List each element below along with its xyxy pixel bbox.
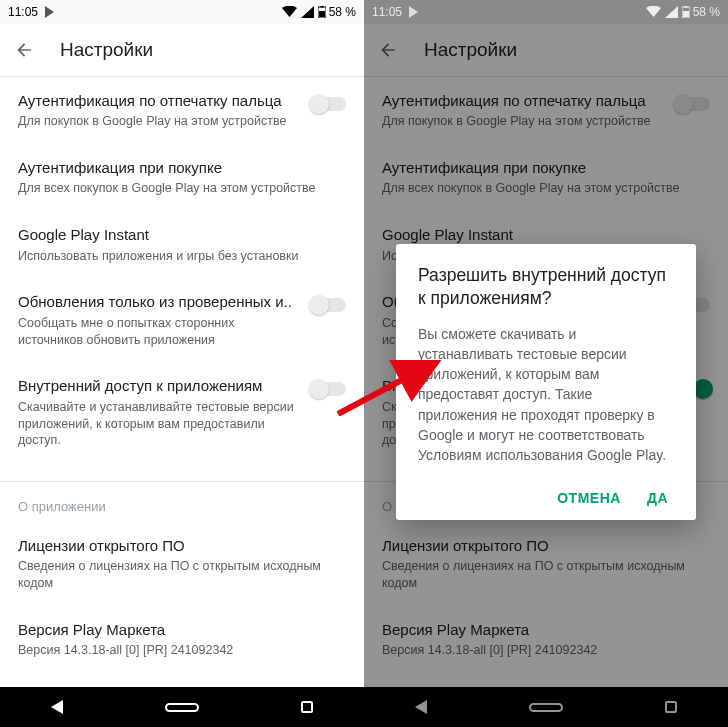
cancel-button[interactable]: ОТМЕНА [557,490,621,506]
nav-home-icon[interactable] [162,698,202,716]
setting-title: Google Play Instant [18,225,334,245]
status-time: 11:05 [8,5,38,19]
setting-subtitle: Сведения о лицензиях на ПО с открытым ис… [18,558,334,592]
nav-bar [0,687,364,727]
page-title: Настройки [60,39,153,61]
play-icon [408,6,419,18]
wifi-icon [282,6,297,18]
back-icon[interactable] [12,38,36,62]
phone-left: 11:05 58 % Настройки [0,0,364,727]
setting-title: Аутентификация по отпечатку пальца [18,91,300,111]
phone-right: 11:05 58 % Настройки [364,0,728,727]
setting-title: Лицензии открытого ПО [18,536,334,556]
settings-list: Аутентификация по отпечатку пальца Для п… [0,77,364,687]
svg-rect-1 [320,6,323,8]
battery-icon [682,6,690,18]
setting-subtitle: Использовать приложения и игры без устан… [18,248,334,265]
toggle-switch[interactable] [312,97,346,111]
toggle-switch[interactable] [312,382,346,396]
wifi-icon [646,6,661,18]
dialog-title: Разрешить внутренний доступ к приложения… [418,264,674,310]
dialog-body: Вы сможете скачивать и устанавливать тес… [418,324,674,466]
setting-purchase-auth[interactable]: Аутентификация при покупке Для всех поку… [0,144,364,211]
dialog-internal-access: Разрешить внутренний доступ к приложения… [396,244,696,520]
battery-icon [318,6,326,18]
setting-title: Внутренний доступ к приложениям [18,376,300,396]
status-time: 11:05 [372,5,402,19]
setting-subtitle: Скачивайте и устанавливайте тестовые вер… [18,399,300,450]
svg-rect-2 [319,11,325,17]
setting-subtitle: Сообщать мне о попытках сторонних источн… [18,315,300,349]
svg-rect-4 [684,6,687,8]
status-bar: 11:05 58 % [0,0,364,24]
setting-subtitle: Для всех покупок в Google Play на этом у… [18,180,334,197]
status-bar: 11:05 58 % [364,0,728,24]
setting-title: Обновления только из проверенных и.. [18,292,300,312]
setting-verified-updates[interactable]: Обновления только из проверенных и.. Соо… [0,278,364,362]
setting-about-header: О приложении [0,482,364,530]
dialog-actions: ОТМЕНА ДА [418,484,674,512]
status-battery: 58 % [693,5,720,19]
play-icon [44,6,55,18]
ok-button[interactable]: ДА [647,490,668,506]
setting-subtitle: Версия 14.3.18-all [0] [PR] 241092342 [18,642,334,659]
setting-play-instant[interactable]: Google Play Instant Использовать приложе… [0,211,364,278]
svg-rect-5 [683,11,689,17]
setting-title: Аутентификация при покупке [18,158,334,178]
setting-fingerprint-auth[interactable]: Аутентификация по отпечатку пальца Для п… [0,77,364,144]
setting-internal-access[interactable]: Внутренний доступ к приложениям Скачивай… [0,362,364,463]
signal-icon [301,6,314,18]
section-header: О приложении [18,498,334,516]
nav-back-icon[interactable] [48,698,66,716]
app-bar: Настройки [0,24,364,76]
setting-licenses[interactable]: Лицензии открытого ПО Сведения о лицензи… [0,530,364,606]
setting-version[interactable]: Версия Play Маркета Версия 14.3.18-all [… [0,606,364,673]
setting-subtitle: Для покупок в Google Play на этом устрой… [18,113,300,130]
status-battery: 58 % [329,5,356,19]
nav-recent-icon[interactable] [298,698,316,716]
toggle-switch[interactable] [312,298,346,312]
setting-title: Версия Play Маркета [18,620,334,640]
signal-icon [665,6,678,18]
